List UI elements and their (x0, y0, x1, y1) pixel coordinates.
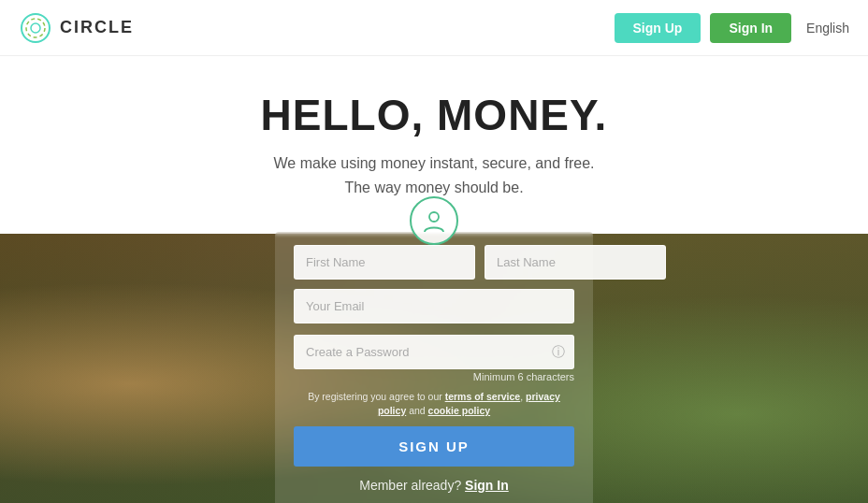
svg-point-2 (31, 23, 40, 33)
header-right: Sign Up Sign In English (615, 13, 849, 43)
logo-area: CIRCLE (19, 11, 134, 45)
header-signup-button[interactable]: Sign Up (615, 13, 702, 43)
last-name-input[interactable] (485, 245, 666, 280)
cookie-policy-link[interactable]: cookie policy (428, 405, 491, 416)
header-signin-button[interactable]: Sign In (710, 13, 791, 43)
terms-of-service-link[interactable]: terms of service (445, 391, 521, 402)
first-name-input[interactable] (294, 245, 475, 280)
member-already-text: Member already? Sign In (294, 478, 574, 493)
password-row: ⓘ (294, 335, 574, 369)
signin-link[interactable]: Sign In (465, 478, 509, 493)
password-info-icon[interactable]: ⓘ (552, 344, 565, 361)
header: CIRCLE Sign Up Sign In English (0, 0, 868, 56)
terms-text: By registering you agree to our terms of… (294, 390, 574, 417)
password-input[interactable] (294, 335, 574, 369)
user-icon (421, 208, 447, 234)
signup-main-button[interactable]: SIGN UP (294, 426, 574, 467)
circle-logo-icon (19, 11, 52, 45)
signup-form-card: ⓘ Minimum 6 characters By registering yo… (275, 232, 593, 503)
logo-text: CIRCLE (60, 18, 134, 37)
name-row (294, 245, 574, 280)
hero-title: HELLO, MONEY. (261, 90, 608, 140)
email-input[interactable] (294, 289, 574, 323)
language-selector[interactable]: English (806, 21, 849, 36)
password-hint: Minimum 6 characters (294, 371, 574, 382)
hero-subtitle: We make using money instant, secure, and… (274, 151, 595, 199)
user-icon-circle (410, 196, 458, 245)
svg-point-1 (26, 19, 45, 37)
signup-form-wrapper: ⓘ Minimum 6 characters By registering yo… (275, 196, 593, 503)
user-icon-container (275, 196, 593, 245)
svg-point-3 (429, 212, 439, 222)
